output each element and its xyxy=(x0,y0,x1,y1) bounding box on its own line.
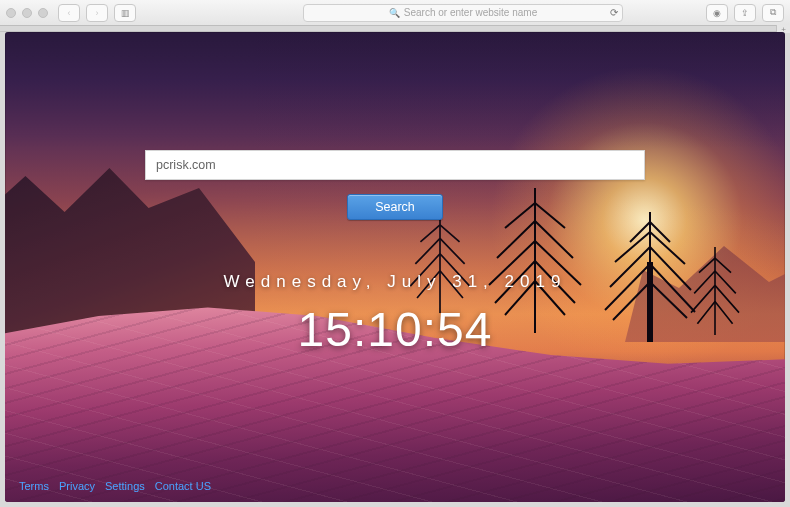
footer-link-settings[interactable]: Settings xyxy=(105,480,145,492)
downloads-button[interactable]: ◉ xyxy=(706,4,728,22)
page-content: Search Wednesday, July 31, 2019 15:10:54… xyxy=(5,32,785,502)
chevron-right-icon: › xyxy=(96,8,99,18)
search-input[interactable] xyxy=(145,150,645,180)
zoom-window-icon[interactable] xyxy=(38,8,48,18)
footer-links: Terms Privacy Settings Contact US xyxy=(19,480,211,492)
time-display: 15:10:54 xyxy=(5,302,785,357)
show-tabs-button[interactable]: ⧉ xyxy=(762,4,784,22)
search-button[interactable]: Search xyxy=(347,194,443,220)
address-bar[interactable]: 🔍 Search or enter website name ⟳ xyxy=(303,4,623,22)
footer-link-terms[interactable]: Terms xyxy=(19,480,49,492)
search-icon: 🔍 xyxy=(389,8,400,18)
sidebar-button[interactable]: ▥ xyxy=(114,4,136,22)
search-panel: Search xyxy=(145,150,645,220)
close-window-icon[interactable] xyxy=(6,8,16,18)
browser-toolbar: ‹ › ▥ 🔍 Search or enter website name ⟳ ◉… xyxy=(0,0,790,26)
footer-link-privacy[interactable]: Privacy xyxy=(59,480,95,492)
window-controls xyxy=(6,8,48,18)
toolbar-right: ◉ ⇪ ⧉ xyxy=(706,4,784,22)
share-button[interactable]: ⇪ xyxy=(734,4,756,22)
reload-button[interactable]: ⟳ xyxy=(610,7,618,18)
forward-button[interactable]: › xyxy=(86,4,108,22)
downloads-icon: ◉ xyxy=(713,8,721,18)
chevron-left-icon: ‹ xyxy=(68,8,71,18)
sidebar-icon: ▥ xyxy=(121,8,130,18)
address-bar-placeholder: Search or enter website name xyxy=(404,7,537,18)
back-button[interactable]: ‹ xyxy=(58,4,80,22)
date-display: Wednesday, July 31, 2019 xyxy=(5,272,785,292)
minimize-window-icon[interactable] xyxy=(22,8,32,18)
share-icon: ⇪ xyxy=(741,8,749,18)
footer-link-contact[interactable]: Contact US xyxy=(155,480,211,492)
tabs-icon: ⧉ xyxy=(770,7,776,18)
